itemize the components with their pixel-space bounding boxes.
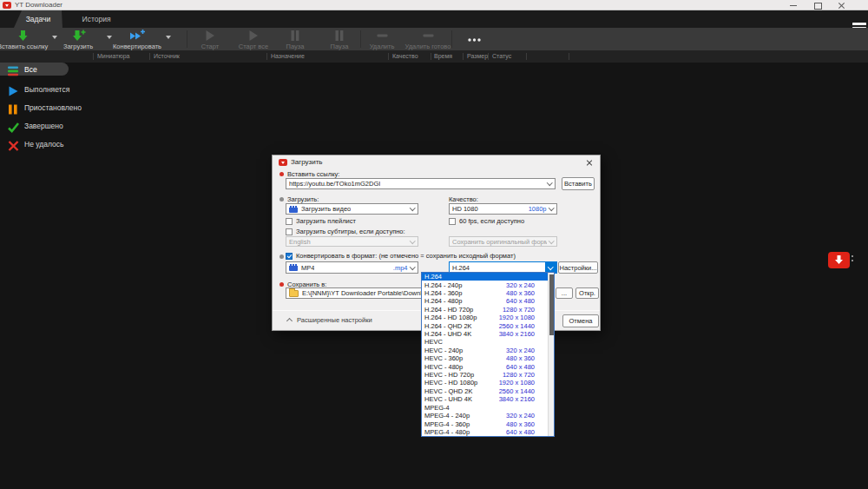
toolbar-separator [451,30,452,48]
paste-link-icon [0,30,48,42]
section-bullet-save [279,282,284,287]
column-header-4[interactable]: Качество [392,53,418,59]
toolbar-button-more-9[interactable] [461,29,487,50]
dropdown-scrollbar[interactable] [548,273,554,436]
download-mode-select[interactable]: Загрузить видео [286,203,418,215]
folder-icon [289,290,299,297]
format-option[interactable]: MPEG-4 - 480p640 x 480 [422,428,554,436]
column-header-2[interactable]: Источник [154,53,180,59]
sidebar-item-failed[interactable]: Не удалось [0,137,63,150]
tab-tasks[interactable]: Задачи [14,10,62,28]
column-separator [488,53,489,60]
format-option[interactable]: HEVC - 480p640 x 480 [422,362,554,370]
section-bullet-url [279,172,284,176]
minimize-icon[interactable] [785,0,802,10]
url-input[interactable]: https://youtu.be/TOko1mG2DGI [286,178,556,189]
column-separator [388,53,389,60]
minus-icon [360,30,404,42]
column-separator [266,53,267,60]
dialog-title: Загрузить [291,158,323,166]
quality-tag: 1080p [529,205,547,213]
convert-checkbox[interactable]: Конвертировать в формат: (не отмечено = … [286,252,516,260]
widget-handle-dots [852,255,854,266]
video-icon [289,264,298,271]
container-format-select[interactable]: MP4 .mp4 [286,261,418,274]
column-header-1[interactable]: Миниатюра [97,53,130,59]
format-option[interactable]: H.264 - 480p640 x 480 [422,297,554,305]
toolbar-button-pause-5[interactable]: Пауза [276,29,314,50]
maximize-icon[interactable] [809,0,826,10]
subtitles-checkbox[interactable]: Загрузить субтитры, если доступно: [286,228,405,235]
column-header-7[interactable]: Статус [492,53,511,59]
subtitle-language-select[interactable]: English [286,236,418,247]
running-icon [8,84,19,95]
filter-all-icon [8,64,19,75]
format-option[interactable]: HEVC - QHD 2K2560 x 1440 [422,387,554,395]
format-option[interactable]: HEVC - UHD 4K3840 x 2160 [422,395,554,403]
toolbar-button-play-4[interactable]: Старт все [231,29,276,50]
toolbar-button-minus-7[interactable]: Удалить [360,29,404,50]
playlist-checkbox[interactable]: Загрузить плейлист [286,217,356,225]
convert-icon [106,30,168,42]
chevron-down-icon [549,238,554,243]
tab-history[interactable]: История [71,10,122,28]
column-header-6[interactable]: Размер [467,53,488,59]
toolbar-button-download-plus-1[interactable]: Загрузить [55,29,102,50]
chevron-down-icon [410,238,415,243]
open-folder-button[interactable]: Откр. [575,287,599,299]
chevron-down-icon [410,264,415,269]
sidebar-item-filter-all[interactable]: Все [0,63,69,76]
title-bar: YT Downloader [0,0,868,10]
toolbar-button-convert-2[interactable]: Конвертировать [106,29,168,50]
format-option[interactable]: H.264 - UHD 4K3840 x 2160 [422,330,554,338]
format-option[interactable]: HEVC [422,338,554,346]
quality-select[interactable]: HD 1080 1080p [449,203,557,215]
cancel-button[interactable]: Отмена [562,314,599,327]
floating-download-widget[interactable] [828,252,858,270]
sidebar-item-done[interactable]: Завершено [0,119,63,132]
format-option[interactable]: H.264 - 360p480 x 360 [422,289,554,297]
format-option[interactable]: HEVC - 360p480 x 360 [422,354,554,362]
format-option[interactable]: H.264 - HD 1080p1920 x 1080 [422,314,554,321]
sidebar-item-running[interactable]: Выполняется [0,83,69,96]
download-badge-icon [828,252,850,268]
sidebar-item-paused[interactable]: Приостановлено [0,101,82,114]
format-option[interactable]: MPEG-4 - 240p320 x 240 [422,412,554,420]
settings-button[interactable]: Настройки... [558,261,598,274]
format-option[interactable]: MPEG-4 - 360p480 x 360 [422,420,554,427]
dialog-close-icon[interactable] [583,157,595,168]
format-option[interactable]: HEVC - HD 720p1280 x 720 [422,371,554,379]
dialog-app-icon [279,159,287,166]
more-icon [461,34,487,46]
toolbar-separator [187,30,187,48]
video-icon [289,206,298,213]
advanced-settings-toggle[interactable]: Расширенные настройки [297,316,372,324]
format-option[interactable]: H.264 - QHD 2K2560 x 1440 [422,321,554,329]
paste-button[interactable]: Вставить [562,177,595,190]
column-header-5[interactable]: Время [434,53,452,59]
tab-bar: Задачи История [0,10,868,28]
toolbar-button-paste-link-0[interactable]: Вставить ссылку [0,29,48,50]
codec-dropdown-list: H.264H.264 - 240p320 x 240H.264 - 360p48… [421,272,555,437]
column-separator [431,53,431,60]
format-option[interactable]: H.264 - 240p320 x 240 [422,281,554,288]
pause-icon [320,30,358,42]
chevron-up-icon [286,318,293,324]
play-icon [188,30,232,42]
browse-button[interactable]: ... [556,287,573,299]
section-bullet-convert [279,254,284,259]
toolbar-button-minus-8[interactable]: Удалить готово [398,29,457,50]
format-option[interactable]: HEVC - 240p320 x 240 [422,347,554,354]
format-option[interactable]: MPEG-4 [422,404,554,412]
fps60-checkbox[interactable]: 60 fps, если доступно [449,217,524,225]
format-option[interactable]: H.264 [422,273,554,281]
close-icon[interactable] [833,0,851,10]
column-header-3[interactable]: Назначение [271,53,305,59]
toolbar-button-play-3[interactable]: Старт [188,29,232,50]
toolbar-dropdown-caret-icon[interactable] [166,36,171,39]
toolbar-button-pause-6[interactable]: Пауза [320,29,358,50]
subtitle-format-select[interactable]: Сохранить оригинальный формат (.vtt) [449,236,557,247]
format-option[interactable]: H.264 - HD 720p1280 x 720 [422,306,554,314]
format-option[interactable]: HEVC - HD 1080p1920 x 1080 [422,379,554,387]
scrollbar-thumb[interactable] [549,274,554,335]
